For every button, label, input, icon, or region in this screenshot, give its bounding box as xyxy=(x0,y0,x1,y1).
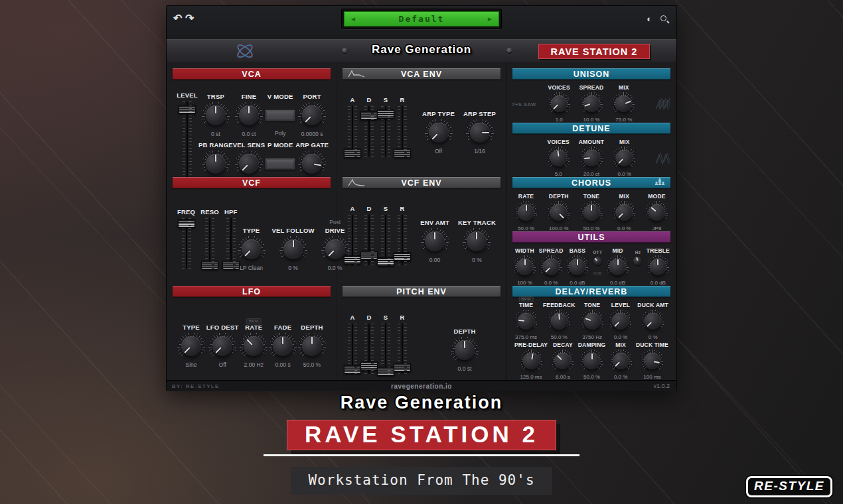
knob-trsp[interactable]: TRSP 0 st xyxy=(202,93,230,138)
knob-delay-level[interactable]: LEVEL 0.0 % xyxy=(609,302,632,340)
knob-dial[interactable] xyxy=(580,147,603,170)
decay-slider-handle[interactable] xyxy=(360,251,378,259)
knob-arp-type[interactable]: ARP TYPE Off xyxy=(422,110,455,157)
freq-slider-handle[interactable] xyxy=(178,219,195,227)
decay-slider-track[interactable] xyxy=(364,324,374,374)
knob-dial[interactable] xyxy=(641,310,664,333)
attack-slider-track[interactable] xyxy=(347,215,358,265)
hpf-slider-track[interactable] xyxy=(226,218,236,269)
knob-arp-step[interactable]: ARP STEP 1/16 xyxy=(463,110,496,157)
knob-decay[interactable]: DECAY 6.00 s xyxy=(551,342,574,380)
release-slider-handle[interactable] xyxy=(394,149,411,157)
knob-dial[interactable] xyxy=(177,332,205,360)
knob-dial[interactable] xyxy=(540,255,563,279)
decay-slider[interactable]: D xyxy=(364,314,374,374)
hpf-slider[interactable]: HPF xyxy=(224,208,238,271)
knob-dial[interactable] xyxy=(425,119,453,147)
knob-dial[interactable] xyxy=(547,201,570,224)
freq-slider[interactable]: FREQ xyxy=(177,208,195,271)
knob-lfo-depth[interactable]: DEPTH 50.0 % xyxy=(298,324,326,368)
sustain-slider[interactable]: S xyxy=(380,96,391,157)
knob-dial[interactable] xyxy=(235,101,263,129)
footer-website-link[interactable]: ravegeneration.io xyxy=(391,383,452,390)
reso-slider-track[interactable] xyxy=(204,218,215,269)
sustain-slider[interactable]: S xyxy=(380,314,391,374)
knob-duck-time[interactable]: DUCK TIME 100 ms xyxy=(636,342,668,380)
attack-slider-handle[interactable] xyxy=(344,149,361,157)
preset-prev-button[interactable]: ◄ xyxy=(350,16,356,23)
knob-dial[interactable] xyxy=(580,349,603,373)
attack-slider-track[interactable] xyxy=(347,324,358,374)
attack-slider[interactable]: A xyxy=(347,314,358,374)
knob-dial[interactable] xyxy=(580,92,603,115)
knob-dial[interactable] xyxy=(269,332,297,360)
decay-slider-track[interactable] xyxy=(364,106,374,157)
knob-filter-type[interactable]: TYPE LP Clean xyxy=(238,227,266,271)
knob-dial[interactable] xyxy=(647,255,670,279)
redo-icon[interactable]: ↷ xyxy=(185,13,194,25)
attack-slider-handle[interactable] xyxy=(344,365,361,373)
knob-dial[interactable] xyxy=(580,201,603,224)
mini-knob-dial[interactable] xyxy=(593,257,602,265)
knob-lfo-type[interactable]: TYPE Sine xyxy=(177,324,205,368)
knob-lfo-rate[interactable]: BPM RATE 2.00 Hz xyxy=(240,324,268,368)
reso-slider-handle[interactable] xyxy=(201,261,218,269)
knob-dial[interactable] xyxy=(240,332,268,360)
knob-dial[interactable] xyxy=(520,349,543,373)
knob-dial[interactable] xyxy=(566,255,589,279)
delay-bpm-sync-toggle[interactable]: BPM xyxy=(518,296,534,302)
knob-feedback[interactable]: FEEDBACK 50.0 % xyxy=(543,302,575,340)
freq-slider-track[interactable] xyxy=(181,218,192,269)
knob-dial[interactable] xyxy=(514,201,538,224)
preset-next-button[interactable]: ► xyxy=(487,16,493,23)
knob-dial[interactable] xyxy=(551,349,574,373)
decay-slider-handle[interactable] xyxy=(360,361,378,370)
knob-dial[interactable] xyxy=(466,119,494,147)
knob-dial[interactable] xyxy=(581,310,604,333)
knob-dial[interactable] xyxy=(548,310,571,333)
attack-slider-track[interactable] xyxy=(347,106,358,157)
sustain-slider-handle[interactable] xyxy=(377,109,394,118)
knob-dial[interactable] xyxy=(606,255,629,279)
knob-pitch-depth[interactable]: DEPTH 0.0 st xyxy=(451,328,479,374)
knob-dial[interactable] xyxy=(421,227,449,255)
knob-dial[interactable] xyxy=(451,336,479,364)
knob-port[interactable]: PORT 0.0000 s xyxy=(298,93,326,138)
sustain-slider-track[interactable] xyxy=(380,324,391,374)
knob-env-amt[interactable]: ENV AMT 0.00 xyxy=(420,219,449,265)
lfo-bpm-sync-toggle[interactable]: BPM xyxy=(246,318,262,324)
knob-delay-time[interactable]: BPM TIME 375.0 ms xyxy=(514,302,538,340)
mini-knob-dial[interactable] xyxy=(633,257,642,265)
attack-slider[interactable]: A xyxy=(347,96,358,157)
sustain-slider-handle[interactable] xyxy=(377,257,394,266)
knob-dial[interactable] xyxy=(613,147,636,170)
release-slider[interactable]: R xyxy=(397,314,408,374)
undo-icon[interactable]: ↶ xyxy=(173,13,182,25)
knob-dial[interactable] xyxy=(208,332,236,360)
release-slider-handle[interactable] xyxy=(394,363,411,371)
knob-dial[interactable] xyxy=(548,92,571,115)
decay-slider-handle[interactable] xyxy=(360,111,378,119)
sustain-slider-track[interactable] xyxy=(380,215,391,265)
knob-pre-delay[interactable]: PRE-DELAY 125.0 ms xyxy=(514,342,548,380)
knob-lfo-fade[interactable]: FADE 0.00 s xyxy=(269,324,297,368)
knob-dial[interactable] xyxy=(513,255,536,279)
knob-dial[interactable] xyxy=(612,92,635,115)
knob-fine[interactable]: FINE 0.0 ct xyxy=(235,93,263,138)
attack-slider[interactable]: A xyxy=(347,205,358,265)
sustain-slider-track[interactable] xyxy=(380,106,391,157)
knob-dial[interactable] xyxy=(613,201,636,224)
knob-delay-mix[interactable]: MIX 0.0 % xyxy=(609,342,633,380)
knob-delay-tone[interactable]: TONE 3750 Hz xyxy=(581,302,604,340)
knob-dial[interactable] xyxy=(609,349,633,373)
knob-dial[interactable] xyxy=(202,101,230,129)
theme-contrast-icon[interactable]: ◐ xyxy=(647,14,652,24)
knob-dial[interactable] xyxy=(609,310,632,333)
sub-toggle[interactable]: SUB xyxy=(593,271,602,275)
preset-name[interactable]: Default xyxy=(356,14,487,24)
decay-slider[interactable]: D xyxy=(364,205,374,265)
reso-slider[interactable]: RESO xyxy=(200,208,219,271)
release-slider-track[interactable] xyxy=(397,106,408,157)
release-slider-track[interactable] xyxy=(397,215,408,265)
knob-dial[interactable] xyxy=(645,201,668,224)
